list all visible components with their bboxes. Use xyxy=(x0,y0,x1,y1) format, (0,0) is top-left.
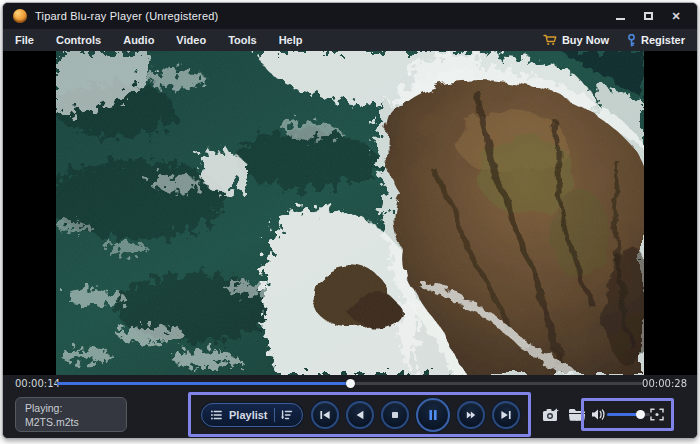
playlist-order-icon[interactable] xyxy=(281,410,293,420)
seek-bar[interactable] xyxy=(57,382,643,385)
minimize-button[interactable] xyxy=(613,10,627,22)
playlist-button[interactable]: Playlist xyxy=(201,403,303,427)
next-button[interactable] xyxy=(492,401,520,429)
fullscreen-icon xyxy=(650,408,664,421)
app-logo-icon xyxy=(13,9,27,23)
volume-handle[interactable] xyxy=(636,410,645,419)
menu-item-video[interactable]: Video xyxy=(176,34,206,46)
seek-row: 00:00:14 00:00:28 xyxy=(3,375,697,392)
stop-icon xyxy=(389,409,401,421)
playlist-separator xyxy=(274,408,275,422)
rewind-icon xyxy=(354,409,366,421)
volume-controls-highlight xyxy=(581,398,674,431)
key-icon xyxy=(627,34,636,47)
forward-button[interactable] xyxy=(457,401,485,429)
video-display[interactable] xyxy=(56,51,644,375)
window-title: Tipard Blu-ray Player (Unregistered) xyxy=(35,10,218,22)
volume-level xyxy=(607,413,641,416)
seek-handle[interactable] xyxy=(346,379,355,388)
fullscreen-button[interactable] xyxy=(650,408,664,421)
stop-button[interactable] xyxy=(381,401,409,429)
list-icon xyxy=(211,410,223,420)
seek-progress xyxy=(57,382,350,385)
menu-bar: File Controls Audio Video Tools Help Buy… xyxy=(3,29,697,51)
previous-button[interactable] xyxy=(311,401,339,429)
control-bar: Playing: M2TS.m2ts Playlist xyxy=(3,392,697,438)
elapsed-time: 00:00:14 xyxy=(15,378,60,389)
buy-now-button[interactable]: Buy Now xyxy=(543,34,609,46)
speaker-icon xyxy=(591,408,607,421)
camera-icon xyxy=(542,407,560,422)
snapshot-button[interactable] xyxy=(542,405,560,425)
now-playing-label: Playing: xyxy=(25,401,117,415)
close-icon: ✕ xyxy=(671,11,680,22)
mute-button[interactable] xyxy=(591,408,607,421)
minimize-icon xyxy=(616,18,625,20)
menu-item-tools[interactable]: Tools xyxy=(228,34,257,46)
previous-icon xyxy=(319,409,331,421)
menu-item-controls[interactable]: Controls xyxy=(56,34,101,46)
register-label: Register xyxy=(641,34,685,46)
video-area xyxy=(3,51,697,375)
now-playing-box: Playing: M2TS.m2ts xyxy=(15,397,127,432)
next-icon xyxy=(500,409,512,421)
title-bar: Tipard Blu-ray Player (Unregistered) ✕ xyxy=(3,3,697,29)
total-time: 00:00:28 xyxy=(642,378,687,389)
maximize-icon xyxy=(644,12,653,20)
maximize-button[interactable] xyxy=(641,10,655,22)
pause-icon xyxy=(425,407,441,423)
cart-icon xyxy=(543,34,557,46)
buy-now-label: Buy Now xyxy=(562,34,609,46)
now-playing-file: M2TS.m2ts xyxy=(25,415,117,429)
register-button[interactable]: Register xyxy=(627,34,685,47)
menu-item-help[interactable]: Help xyxy=(279,34,303,46)
transport-controls xyxy=(311,398,520,432)
volume-slider[interactable] xyxy=(607,413,650,416)
rewind-button[interactable] xyxy=(346,401,374,429)
menu-item-file[interactable]: File xyxy=(15,34,34,46)
forward-icon xyxy=(465,409,477,421)
pause-button[interactable] xyxy=(416,398,450,432)
close-button[interactable]: ✕ xyxy=(669,10,683,22)
video-frame-ocean-rocks xyxy=(56,51,644,375)
app-window: Tipard Blu-ray Player (Unregistered) ✕ F… xyxy=(2,2,698,439)
playback-controls-highlight: Playlist xyxy=(188,392,531,437)
playlist-label: Playlist xyxy=(229,409,268,421)
menu-item-audio[interactable]: Audio xyxy=(123,34,154,46)
